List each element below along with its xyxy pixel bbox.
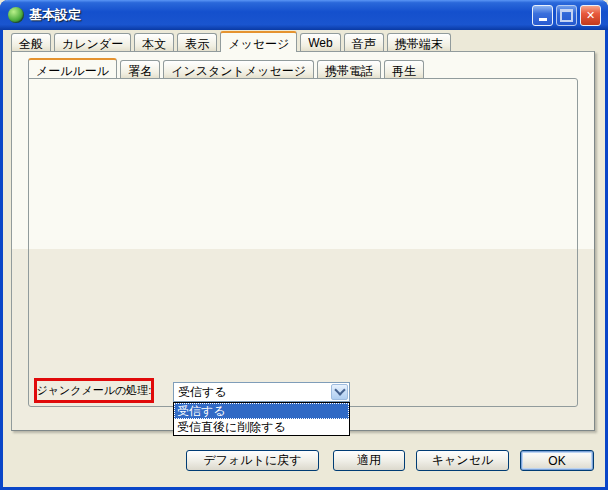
junk-mail-label: ジャンクメールの処理:: [37, 383, 152, 398]
junk-mail-highlight-box: ジャンクメールの処理:: [34, 378, 154, 403]
restore-defaults-button[interactable]: デフォルトに戻す: [186, 450, 319, 471]
minimize-icon: [539, 18, 547, 21]
junk-mail-combo[interactable]: 受信する: [173, 382, 350, 402]
tab-mobile-terminal[interactable]: 携帯端末: [387, 33, 451, 51]
maximize-icon: [560, 9, 573, 22]
app-icon: [8, 7, 24, 23]
junk-mail-dropdown-list: 受信する 受信直後に削除する: [173, 402, 350, 436]
tab-body[interactable]: 本文: [134, 33, 174, 51]
ok-button[interactable]: OK: [520, 450, 594, 471]
chevron-down-icon[interactable]: [331, 384, 348, 400]
tab-calendar[interactable]: カレンダー: [54, 33, 131, 51]
subtab-mail-rules[interactable]: メールルール: [28, 58, 117, 79]
tab-web[interactable]: Web: [300, 33, 340, 51]
apply-button[interactable]: 適用: [333, 450, 405, 471]
mail-rules-panel: [28, 78, 578, 407]
dropdown-option-receive[interactable]: 受信する: [174, 403, 349, 419]
subtab-instant-message[interactable]: インスタントメッセージ: [163, 60, 314, 78]
title-bar[interactable]: 基本設定 ✕: [0, 0, 608, 30]
cancel-button[interactable]: キャンセル: [416, 450, 509, 471]
tab-voice[interactable]: 音声: [344, 33, 384, 51]
close-button[interactable]: ✕: [580, 5, 601, 26]
main-tab-bar: 全般 カレンダー 本文 表示 メッセージ Web 音声 携帯端末: [11, 33, 451, 51]
minimize-button[interactable]: [532, 5, 553, 26]
window-title: 基本設定: [29, 6, 81, 24]
sub-tab-bar: メールルール 署名 インスタントメッセージ 携帯電話 再生: [28, 60, 424, 78]
maximize-button[interactable]: [556, 5, 577, 26]
tab-display[interactable]: 表示: [177, 33, 217, 51]
dialog-window: 基本設定 ✕ 全般 カレンダー 本文 表示 メッセージ Web 音声 携帯端末 …: [0, 0, 608, 490]
tab-general[interactable]: 全般: [11, 33, 51, 51]
tab-message[interactable]: メッセージ: [220, 31, 297, 52]
dropdown-option-delete-after-receive[interactable]: 受信直後に削除する: [174, 419, 349, 435]
subtab-signature[interactable]: 署名: [120, 60, 160, 78]
subtab-playback[interactable]: 再生: [384, 60, 424, 78]
close-icon: ✕: [586, 9, 595, 22]
subtab-mobile-phone[interactable]: 携帯電話: [317, 60, 381, 78]
